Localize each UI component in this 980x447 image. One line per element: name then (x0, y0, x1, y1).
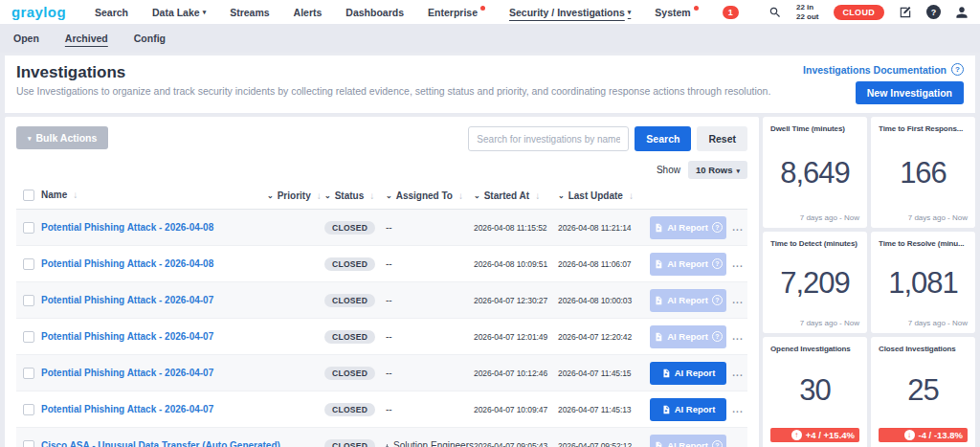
ai-report-label: AI Report (675, 368, 716, 378)
metric-title: Closed Investigations (879, 345, 968, 353)
sort-icon[interactable]: ↓ (458, 190, 463, 201)
search-input[interactable] (468, 126, 629, 151)
info-circle-icon: ? (712, 222, 723, 233)
more-actions-button[interactable]: ... (732, 440, 743, 447)
column-header-started-at[interactable]: ⌄Started At↓ (474, 190, 540, 201)
ai-report-button[interactable]: AI Report? (650, 216, 726, 239)
investigation-name-link[interactable]: Potential Phishing Attack - 2026-04-07 (41, 331, 213, 342)
filter-chevron-icon[interactable]: ⌄ (324, 191, 331, 200)
ai-report-button[interactable]: AI Report? (650, 398, 726, 421)
ai-report-button[interactable]: AI Report? (650, 325, 726, 348)
edit-icon[interactable] (899, 6, 912, 19)
more-actions-button[interactable]: ... (732, 331, 743, 342)
help-icon[interactable]: ? (926, 5, 941, 19)
nav-item-security-investigations[interactable]: Security / Investigations▾ (509, 7, 631, 18)
more-actions-button[interactable]: ... (732, 258, 743, 269)
tab-config[interactable]: Config (134, 33, 166, 44)
nav-item-system[interactable]: System (655, 7, 698, 18)
column-header-name[interactable]: Name↓ (41, 190, 78, 200)
column-header-status[interactable]: ⌄Status↓ (324, 190, 374, 201)
tab-open[interactable]: Open (13, 33, 39, 44)
rows-per-page-dropdown[interactable]: 10 Rows▾ (688, 161, 747, 179)
assigned-to-cell: -- (386, 222, 474, 233)
column-header-priority[interactable]: ⌄Priority↓ (267, 190, 322, 201)
filter-chevron-icon[interactable]: ⌄ (267, 191, 274, 200)
nav-item-alerts[interactable]: Alerts (294, 7, 323, 18)
row-checkbox[interactable] (23, 258, 34, 270)
table-row[interactable]: Potential Phishing Attack - 2026-04-08CL… (16, 210, 747, 246)
investigation-name-link[interactable]: Potential Phishing Attack - 2026-04-08 (41, 222, 213, 233)
new-investigation-button[interactable]: New Investigation (856, 81, 964, 104)
document-icon (661, 405, 671, 414)
row-checkbox[interactable] (23, 222, 34, 234)
table-row[interactable]: Cisco ASA - Unusual Data Transfer (Auto … (16, 428, 747, 447)
nav-item-dashboards[interactable]: Dashboards (345, 7, 404, 18)
investigation-name-link[interactable]: Cisco ASA - Unusual Data Transfer (Auto … (41, 440, 280, 447)
documentation-link[interactable]: Investigations Documentation? (803, 63, 964, 76)
ai-report-button[interactable]: AI Report? (650, 289, 726, 312)
sort-icon[interactable]: ↓ (73, 190, 78, 200)
assigned-to-cell: -- (386, 258, 474, 269)
nav-item-data-lake[interactable]: Data Lake▾ (152, 7, 206, 18)
started-at-cell: 2026-04-07 09:05:43 (474, 441, 558, 447)
document-icon (661, 369, 671, 378)
trend-delta-text: -4 / -13.8% (919, 430, 963, 440)
table-row[interactable]: Potential Phishing Attack - 2026-04-07CL… (16, 319, 747, 355)
row-checkbox[interactable] (23, 404, 34, 415)
metric-value: 30 (770, 353, 859, 428)
sort-icon[interactable]: ↓ (535, 190, 540, 201)
reset-button[interactable]: Reset (697, 126, 747, 151)
nav-item-enterprise[interactable]: Enterprise (428, 7, 485, 18)
ai-report-button[interactable]: AI Report? (650, 253, 726, 276)
filter-chevron-icon[interactable]: ⌄ (558, 191, 565, 200)
nav-item-streams[interactable]: Streams (230, 7, 269, 18)
column-header-assigned-to[interactable]: ⌄Assigned To↓ (386, 190, 463, 201)
ai-report-button[interactable]: AI Report? (650, 435, 726, 447)
table-row[interactable]: Potential Phishing Attack - 2026-04-08CL… (16, 246, 747, 282)
search-button[interactable]: Search (635, 126, 691, 151)
row-checkbox[interactable] (23, 368, 34, 379)
nav-item-search[interactable]: Search (95, 7, 128, 18)
investigation-name-link[interactable]: Potential Phishing Attack - 2026-04-07 (41, 368, 213, 378)
bulk-actions-button[interactable]: ▾Bulk Actions (16, 126, 108, 149)
more-actions-button[interactable]: ... (732, 368, 743, 378)
cloud-badge[interactable]: CLOUD (834, 5, 885, 20)
search-icon[interactable] (768, 6, 782, 19)
more-actions-button[interactable]: ... (732, 295, 743, 305)
show-label: Show (657, 165, 680, 175)
sort-icon[interactable]: ↓ (317, 190, 322, 201)
tab-archived[interactable]: Archived (65, 33, 108, 44)
more-actions-button[interactable]: ... (732, 404, 743, 414)
filter-chevron-icon[interactable]: ⌄ (474, 191, 480, 200)
assigned-to-value: -- (386, 404, 392, 414)
investigations-table-card: ▾Bulk Actions Search Reset Show 10 Rows▾… (5, 117, 759, 447)
throughput-indicator[interactable]: 22 in 22 out (796, 3, 819, 21)
sort-icon[interactable]: ↓ (369, 190, 374, 201)
metric-card-time-to-detect: Time to Detect (minutes) 7,209 7 days ag… (763, 232, 867, 333)
investigation-name-link[interactable]: Potential Phishing Attack - 2026-04-07 (41, 404, 213, 414)
row-checkbox[interactable] (23, 295, 34, 306)
investigation-name-link[interactable]: Potential Phishing Attack - 2026-04-08 (41, 258, 213, 269)
metric-value: 8,649 (770, 133, 859, 213)
table-row[interactable]: Potential Phishing Attack - 2026-04-07CL… (16, 282, 747, 319)
sort-icon[interactable]: ↓ (629, 190, 634, 201)
started-at-cell: 2026-04-07 10:12:46 (474, 369, 558, 378)
notification-count-badge[interactable]: 1 (723, 6, 739, 19)
select-all-checkbox[interactable] (23, 190, 34, 201)
throughput-out: 22 out (796, 12, 819, 22)
investigation-name-link[interactable]: Potential Phishing Attack - 2026-04-07 (41, 295, 213, 305)
filter-chevron-icon[interactable]: ⌄ (386, 191, 392, 200)
row-checkbox[interactable] (23, 440, 34, 447)
table-row[interactable]: Potential Phishing Attack - 2026-04-07CL… (16, 391, 747, 428)
more-actions-button[interactable]: ... (732, 222, 743, 233)
user-icon[interactable] (955, 6, 969, 19)
metric-card-opened-investigations: Opened Investigations 30 ↑+4 / +15.4% 7 … (763, 337, 867, 447)
metric-card-closed-investigations: Closed Investigations 25 ↓-4 / -13.8% 7 … (871, 337, 975, 447)
metric-value: 7,209 (770, 248, 859, 319)
last-update-cell: 2026-04-08 11:06:07 (558, 259, 648, 269)
table-row[interactable]: Potential Phishing Attack - 2026-04-07CL… (16, 355, 747, 391)
graylog-logo[interactable]: graylog (11, 4, 66, 20)
row-checkbox[interactable] (23, 331, 34, 343)
column-header-last-update[interactable]: ⌄Last Update↓ (558, 190, 634, 201)
ai-report-button[interactable]: AI Report? (650, 362, 726, 385)
